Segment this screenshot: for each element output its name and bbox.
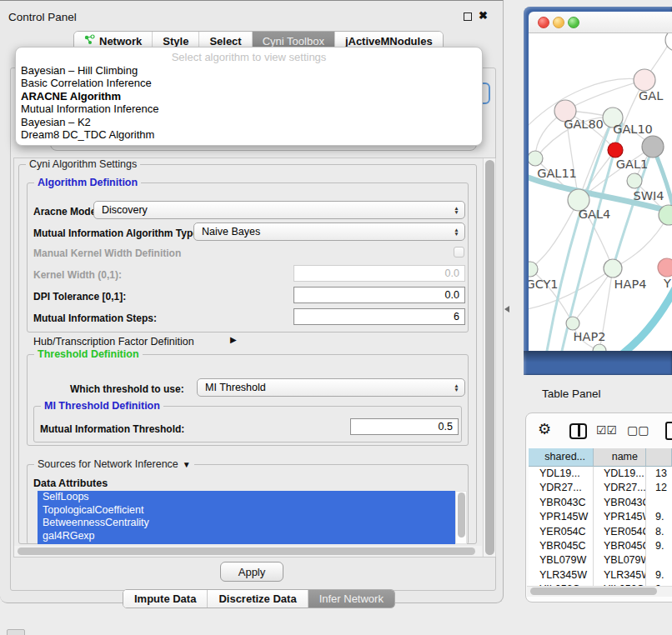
attribute-list-item[interactable]: gal4RGexp bbox=[38, 530, 455, 543]
minimize-traffic-light[interactable] bbox=[553, 17, 564, 28]
algorithm-list-item[interactable]: ARACNE Algorithm bbox=[16, 90, 482, 102]
table-cell: YER054C bbox=[529, 525, 594, 539]
algorithm-list-item[interactable]: Basic Correlation Inference bbox=[16, 77, 482, 89]
table-row[interactable]: YPR145WYPR145W9. bbox=[529, 510, 672, 524]
column-header-name[interactable]: name bbox=[594, 448, 646, 467]
attribute-list-item[interactable]: BetweennessCentrality bbox=[38, 517, 455, 530]
algorithm-list: Bayesian – Hill ClimbingBasic Correlatio… bbox=[16, 64, 482, 141]
table-cell: YER054C bbox=[594, 525, 646, 539]
table-cell: 8. bbox=[646, 525, 672, 539]
tab-infer-network[interactable]: Infer Network bbox=[308, 590, 394, 608]
table-cell: YDR27... bbox=[594, 481, 646, 495]
aracne-mode-combobox[interactable]: Discovery ▲▼ bbox=[93, 201, 465, 219]
network-node[interactable] bbox=[566, 317, 579, 330]
network-edge[interactable] bbox=[530, 200, 579, 269]
table-row[interactable]: YER054CYER054C8. bbox=[529, 525, 672, 539]
table-cell: YPR145W bbox=[594, 510, 646, 524]
network-window-titlebar[interactable] bbox=[529, 12, 672, 33]
column-header-partial[interactable] bbox=[646, 448, 672, 467]
settings-vscrollbar-thumb[interactable] bbox=[485, 160, 494, 555]
clipped-corner-icon bbox=[7, 629, 25, 635]
network-node-label: HAP2 bbox=[574, 330, 606, 343]
network-node-label: GAL bbox=[639, 89, 663, 102]
network-node[interactable] bbox=[604, 259, 622, 278]
network-node-label: GAL11 bbox=[537, 167, 577, 180]
network-icon bbox=[84, 34, 95, 48]
network-node-label: SWI4 bbox=[633, 189, 664, 202]
column-header-shared-name[interactable]: shared... bbox=[529, 448, 594, 467]
algorithm-list-item[interactable]: Dream8 DC_TDC Algorithm bbox=[16, 128, 482, 141]
table-cell bbox=[646, 496, 672, 510]
table-hscrollbar-thumb[interactable] bbox=[530, 588, 657, 595]
table-row[interactable]: YBL079WYBL079W bbox=[529, 553, 672, 568]
network-node-label: GAL4 bbox=[579, 208, 610, 221]
table-row[interactable]: YLR345WYLR345W9. bbox=[529, 568, 672, 582]
table-cell: YDL19... bbox=[594, 467, 646, 481]
algorithm-list-item[interactable]: Mutual Information Inference bbox=[16, 102, 482, 115]
close-icon[interactable]: ✖ bbox=[479, 9, 488, 22]
dropdown-hint: Select algorithm to view settings bbox=[16, 50, 482, 64]
which-threshold-combobox[interactable]: MI Threshold ▲▼ bbox=[197, 378, 465, 397]
mi-threshold-field[interactable]: 0.5 bbox=[350, 418, 459, 435]
attribute-list-item[interactable]: TopologicalCoefficient bbox=[38, 504, 455, 518]
network-node[interactable] bbox=[529, 151, 543, 166]
network-node[interactable] bbox=[658, 258, 672, 277]
tab-impute-data[interactable]: Impute Data bbox=[123, 590, 207, 608]
algorithm-list-item[interactable]: Bayesian – Hill Climbing bbox=[16, 64, 482, 77]
network-node[interactable] bbox=[634, 69, 655, 91]
table-row[interactable]: YBR045CYBR045C9. bbox=[529, 539, 672, 553]
zoom-traffic-light[interactable] bbox=[568, 17, 579, 28]
network-edge[interactable] bbox=[612, 285, 672, 351]
table-row[interactable]: YDR27...YDR27...12 bbox=[529, 481, 672, 495]
network-node[interactable] bbox=[593, 344, 606, 351]
settings-hscrollbar-thumb[interactable] bbox=[18, 548, 475, 555]
window-shadow bbox=[524, 351, 672, 362]
mi-type-combobox[interactable]: Naive Bayes ▲▼ bbox=[193, 222, 465, 241]
network-node-label: GAL1 bbox=[616, 158, 648, 171]
float-window-icon[interactable] bbox=[464, 12, 472, 21]
attributes-scrollbar-thumb[interactable] bbox=[458, 492, 465, 538]
table-cell: YBR043C bbox=[594, 496, 646, 510]
tab-discretize-data[interactable]: Discretize Data bbox=[207, 590, 307, 608]
apply-button[interactable]: Apply bbox=[220, 562, 283, 582]
collapse-arrow-icon[interactable]: ▼ bbox=[183, 460, 191, 469]
group-title: Algorithm Definition bbox=[34, 177, 141, 188]
network-node-label: GAL10 bbox=[613, 122, 653, 136]
table-row[interactable]: YDL19...YDL19...13 bbox=[529, 467, 672, 481]
group-title: Threshold Definition bbox=[34, 348, 143, 360]
network-canvas[interactable]: GALGAL80GAL10GAL1GAL11GAL4SWI4GCY1HAP4YH… bbox=[529, 33, 672, 351]
control-panel: Control Panel ✖ Network Style Select Cyn… bbox=[0, 0, 504, 603]
table-cell: YBR045C bbox=[594, 539, 646, 553]
network-edge[interactable] bbox=[547, 118, 613, 351]
settings-gear-icon[interactable]: ⚙ bbox=[538, 420, 551, 438]
network-edge[interactable] bbox=[565, 80, 644, 111]
tab-label: Network bbox=[99, 35, 142, 48]
select-all-checked-icon[interactable]: ☑☑ bbox=[596, 423, 617, 437]
table-cell: YBR043C bbox=[529, 496, 594, 510]
network-node[interactable] bbox=[627, 173, 642, 188]
kernel-width-field[interactable]: 0.0 bbox=[293, 265, 465, 282]
combobox-value: MI Threshold bbox=[205, 382, 266, 393]
manual-kernel-checkbox[interactable] bbox=[454, 247, 464, 258]
combobox-value: Discovery bbox=[102, 204, 148, 216]
splitter-collapse-icon[interactable] bbox=[504, 306, 509, 312]
network-node[interactable] bbox=[642, 136, 664, 158]
dpi-tolerance-field[interactable]: 0.0 bbox=[293, 287, 465, 303]
table-cell: YLR345W bbox=[594, 568, 646, 582]
table-cell: YPR145W bbox=[529, 510, 594, 524]
column-view-icon[interactable] bbox=[569, 423, 587, 439]
sources-title: Sources for Network Inference bbox=[38, 458, 178, 470]
table-row[interactable]: YBR043CYBR043C bbox=[529, 496, 672, 510]
document-icon[interactable] bbox=[665, 422, 672, 440]
table-panel-title: Table Panel bbox=[542, 388, 601, 400]
attribute-list-item[interactable]: SelfLoops bbox=[38, 491, 455, 504]
select-none-icon[interactable]: ▢▢ bbox=[627, 423, 649, 437]
combobox-value: Naive Bayes bbox=[202, 226, 260, 238]
network-node[interactable] bbox=[608, 142, 623, 158]
expand-arrow-icon[interactable]: ▶ bbox=[230, 335, 237, 344]
group-title: MI Threshold Definition bbox=[41, 400, 163, 412]
network-edge[interactable] bbox=[573, 268, 613, 323]
algorithm-list-item[interactable]: Bayesian – K2 bbox=[16, 116, 482, 128]
close-traffic-light[interactable] bbox=[538, 17, 549, 28]
mi-steps-field[interactable]: 6 bbox=[293, 308, 465, 325]
